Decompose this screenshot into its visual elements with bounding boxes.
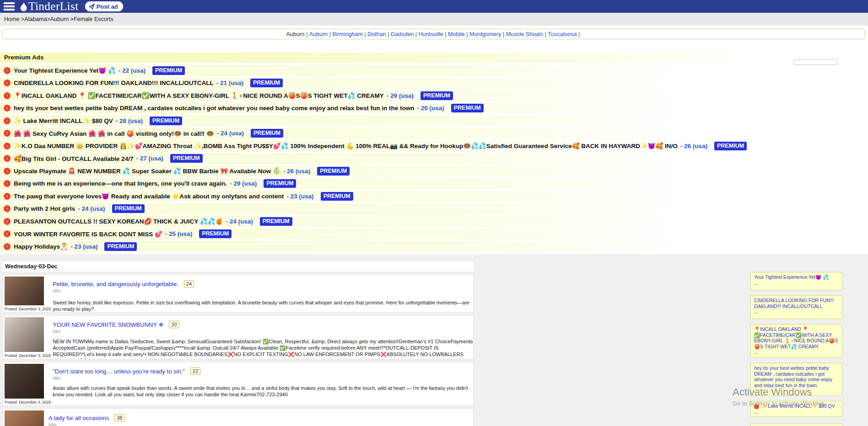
breadcrumb-link[interactable]: Female Escorts [74, 16, 113, 22]
premium-ad-title[interactable]: CINDERELLA LOOKING FOR FUN!!! OAKLAND!!!… [14, 80, 214, 86]
premium-ad-row[interactable]: ↑ The pawg that everyone loves😈 Ready an… [0, 191, 865, 202]
city-separator: | [304, 31, 309, 37]
premium-ad-title[interactable]: Happy Holidays🎅 [14, 243, 68, 250]
breadcrumb-separator: > [47, 16, 50, 22]
premium-ad-title[interactable]: Upscale Playmate 🚨 NEW NUMBER 💦 Super So… [14, 167, 280, 175]
sidebar-ad-box[interactable]: ↑CINDERELLA LOOKING FOR FUN!!! OAKLAND!!… [750, 295, 842, 319]
listing-photo[interactable] [5, 410, 44, 426]
city-link[interactable]: Dothan [367, 31, 386, 37]
premium-ad-row[interactable]: ↑ 🥰Big Tits Girl - OUTCALL Available 24/… [0, 153, 865, 164]
premium-ad-title[interactable]: hey its your best wettes petite baby DRE… [14, 105, 414, 112]
breadcrumb: Home > Alabama> Auburn > Female Escorts [0, 13, 868, 26]
up-arrow-icon: ↑ [4, 205, 11, 212]
listing-title-link[interactable]: Petite, brunette, and dangerously unforg… [53, 281, 178, 288]
premium-badge: PREMIUM [150, 117, 182, 125]
post-ad-button[interactable]: Post ad [85, 1, 123, 11]
up-arrow-icon: ↑ [4, 155, 11, 162]
listing-card[interactable]: A lady for all occasions 38 USA [2, 408, 474, 426]
premium-ad-title[interactable]: Being with me is an experience—one that … [14, 180, 227, 187]
premium-ad-row[interactable]: ↑ YOUR WINTER FAVORITE IS BACK DONT MISS… [0, 229, 865, 240]
listing-card[interactable]: Posted: December 3, 2025 Petite, brunett… [2, 274, 474, 313]
premium-ad-age: - 25 (usa) [165, 230, 192, 237]
city-separator: | [501, 31, 506, 37]
sidebar-ad-title[interactable]: ✨ Lake Merritt INCALL✨ $80 QV [760, 403, 835, 409]
brand-name: TinderList [28, 0, 79, 13]
premium-ad-age: - 29 (usa) [387, 92, 414, 99]
sidebar-ad-title[interactable]: Your Tightest Experience Yet😈 💦 [754, 274, 829, 280]
city-link[interactable]: Montgomery [469, 31, 501, 37]
sidebar-ad-more: ... [754, 280, 839, 286]
city-link[interactable]: Auburn [309, 31, 328, 37]
city-link[interactable]: Muscle Shoals [506, 31, 543, 37]
brand-logo[interactable]: TinderList [20, 0, 79, 13]
post-ad-label: Post ad [97, 3, 118, 10]
sidebar-ad-title[interactable]: 📍INCALL OAKLAND 📍 ✅FACETIME/CAR✅WITH A S… [754, 326, 838, 349]
premium-ad-title[interactable]: 🌺 🌺 Sexy CuRvy Asian 🌺 🌺 in call 🍑 visit… [14, 130, 214, 137]
sidebar-ad-box[interactable]: ↑✨ Lake Merritt INCALL✨ $80 QV ... [750, 401, 842, 417]
premium-ad-title[interactable]: ✨ Lake Merritt INCALL✨ $80 QV [14, 117, 113, 124]
sidebar-ad-title[interactable]: hey its your best wettes petite baby DRE… [754, 365, 832, 388]
premium-ad-row[interactable]: ↑ 📍INCALL OAKLAND 📍 ✅FACETIME/CAR✅WITH A… [0, 90, 865, 101]
listing-card[interactable]: Posted: December 3, 2025 YOUR NEW FAVORI… [2, 315, 474, 359]
premium-ad-row[interactable]: ↑ Party with 2 Hot girls - 24 (usa) PREM… [0, 203, 865, 214]
premium-ad-age: - 21 (usa) [216, 80, 243, 86]
sidebar-ad-box[interactable]: ↑📍INCALL OAKLAND 📍 ✅FACETIME/CAR✅WITH A … [750, 324, 842, 358]
premium-ad-row[interactable]: ↑ ✨K.O Daa NUMBER 👑 PROVIDER 👸✨💕AMAZING … [0, 140, 865, 151]
listing-country: USA [53, 329, 474, 334]
breadcrumb-link[interactable]: Home [4, 16, 19, 22]
premium-ad-title[interactable]: Party with 2 Hot girls [14, 205, 75, 212]
listing-age-badge: 22 [190, 367, 200, 375]
listing-age-badge: 20 [169, 321, 179, 328]
listing-title-link[interactable]: YOUR NEW FAVORITE SNOWBUNNY ❄ [53, 321, 163, 328]
city-link[interactable]: Birmingham [332, 31, 363, 37]
listing-card[interactable]: Posted: December 3, 2025 "Don't stare to… [2, 362, 474, 406]
listing-left-column: Posted: December 3, 2025 [5, 317, 51, 358]
premium-ad-row[interactable]: ↑ 🌺 🌺 Sexy CuRvy Asian 🌺 🌺 in call 🍑 vis… [0, 128, 865, 139]
listing-age-badge: 38 [114, 414, 124, 421]
premium-ad-row[interactable]: ↑ PLEASANTON OUTCALLS !! SEXY KOREAN💋 TH… [0, 216, 865, 227]
premium-ad-title[interactable]: YOUR WINTER FAVORITE IS BACK DONT MISS 💕 [14, 230, 162, 238]
premium-ad-row[interactable]: ↑ CINDERELLA LOOKING FOR FUN!!! OAKLAND!… [0, 78, 865, 89]
hamburger-menu-icon[interactable] [2, 1, 16, 11]
sidebar-ad-title[interactable]: CINDERELLA LOOKING FOR FUN!!! OAKLAND!!!… [754, 298, 834, 309]
sidebar-ad-box[interactable]: ↑hey its your best wettes petite baby DR… [750, 363, 842, 396]
premium-badge: PREMIUM [317, 167, 350, 176]
up-arrow-icon: ↑ [4, 92, 11, 99]
premium-badge: PREMIUM [260, 217, 292, 226]
listing-photo[interactable] [5, 277, 44, 305]
premium-ad-row[interactable]: ↑ Upscale Playmate 🚨 NEW NUMBER 💦 Super … [0, 165, 865, 176]
listing-body: YOUR NEW FAVORITE SNOWBUNNY ❄ 20 USA NEW… [51, 317, 474, 358]
premium-ad-title[interactable]: Your Tightest Experience Yet😈 💦 [14, 67, 116, 74]
premium-badge: PREMIUM [264, 179, 296, 188]
premium-ad-title[interactable]: ✨K.O Daa NUMBER 👑 PROVIDER 👸✨💕AMAZING Th… [14, 142, 678, 149]
listing-title-link[interactable]: A lady for all occasions [49, 415, 109, 421]
listing-photo[interactable] [5, 317, 44, 352]
listings: Posted: December 3, 2025 Petite, brunett… [2, 274, 474, 426]
premium-ad-row[interactable]: ↑ Happy Holidays🎅 - 23 (usa) PREMIUM [0, 241, 865, 252]
listing-posted-date: Posted: December 3, 2025 [5, 352, 51, 358]
listing-description: Asian allure with curves that speak loud… [53, 385, 474, 398]
listing-title-link[interactable]: "Don't stare too long… unless you're rea… [53, 368, 185, 375]
premium-ad-age: - 24 (usa) [226, 218, 253, 225]
premium-ad-title[interactable]: PLEASANTON OUTCALLS !! SEXY KOREAN💋 THIC… [14, 218, 223, 225]
city-link[interactable]: Tuscaloosa [548, 31, 577, 37]
premium-ad-title[interactable]: 📍INCALL OAKLAND 📍 ✅FACETIME/CAR✅WITH A S… [14, 92, 384, 99]
premium-ad-title[interactable]: The pawg that everyone loves😈 Ready and … [14, 192, 284, 200]
city-link[interactable]: Huntsville [419, 31, 443, 37]
city-link[interactable]: Gadsden [391, 31, 414, 37]
sidebar-ad-box[interactable]: ↑ [750, 424, 842, 426]
premium-ad-row[interactable]: ↑ ✨ Lake Merritt INCALL✨ $80 QV - 28 (us… [0, 115, 865, 126]
listing-photo[interactable] [5, 364, 44, 399]
up-arrow-icon: ↑ [4, 243, 11, 250]
paper-plane-icon [89, 4, 95, 10]
premium-ad-row[interactable]: ↑ hey its your best wettes petite baby D… [0, 103, 865, 114]
sidebar-ad-box[interactable]: ↑Your Tightest Experience Yet😈 💦 ... [750, 272, 842, 290]
up-arrow-icon: ↑ [4, 130, 11, 137]
premium-ad-row[interactable]: ↑ Being with me is an experience—one tha… [0, 178, 865, 189]
breadcrumb-link[interactable]: Auburn [50, 16, 69, 22]
breadcrumb-link[interactable]: Alabama [24, 16, 47, 22]
premium-ad-title[interactable]: 🥰Big Tits Girl - OUTCALL Available 24/7 [14, 155, 133, 162]
up-arrow-icon: ↑ [4, 143, 11, 149]
premium-ad-row[interactable]: ↑ Your Tightest Experience Yet😈 💦 - 22 (… [0, 65, 865, 76]
city-link[interactable]: Mobile [448, 31, 465, 37]
